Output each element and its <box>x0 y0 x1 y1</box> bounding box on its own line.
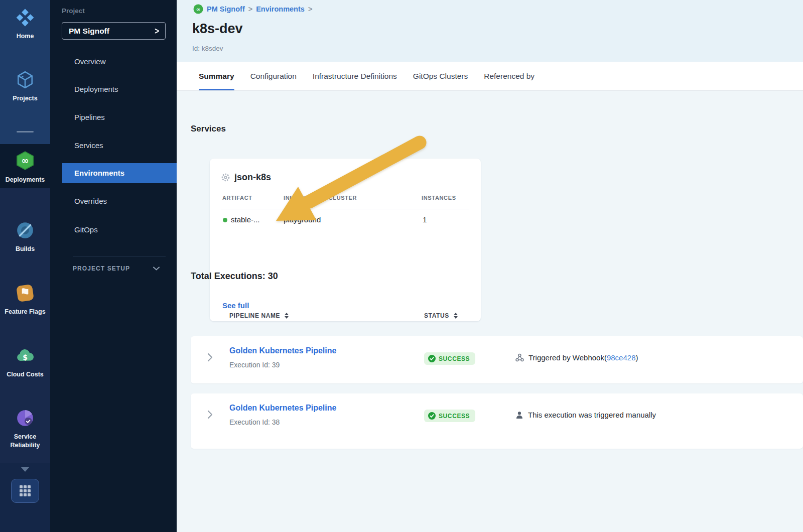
module-switcher-button[interactable] <box>11 479 39 503</box>
svg-text:∞: ∞ <box>196 7 200 12</box>
svg-text:∞: ∞ <box>22 156 29 166</box>
expand-chevron-icon[interactable] <box>207 410 213 419</box>
sort-icon <box>454 313 458 319</box>
trigger-text: Triggered by Webhook(98ce428) <box>528 353 638 362</box>
breadcrumb-separator: > <box>248 5 252 13</box>
column-infra-gitops-cluster: INFRA/GITOPS CLUSTER <box>284 195 357 201</box>
page-title: k8s-dev <box>192 21 243 37</box>
status-badge: SUCCESS <box>424 352 475 365</box>
trigger-info: This execution was triggered manually <box>515 411 656 419</box>
grid-icon <box>20 485 31 496</box>
rail-label: Builds <box>0 244 50 254</box>
service-reliability-icon <box>16 409 35 428</box>
status-header: STATUS <box>424 312 449 319</box>
execution-id: Execution Id: 38 <box>229 418 280 426</box>
status-text: SUCCESS <box>439 355 470 362</box>
app-window: Home Projects ∞ Deployments Builds <box>0 0 803 532</box>
see-full-link[interactable]: See full <box>222 301 249 310</box>
card-divider <box>221 209 469 209</box>
service-name: json-k8s <box>234 172 271 183</box>
column-instances: INSTANCES <box>422 195 456 201</box>
rail-item-service-reliability[interactable]: Service Reliability <box>0 409 50 451</box>
person-icon <box>515 411 523 419</box>
chevron-right-icon: > <box>155 26 159 36</box>
webhook-id-link[interactable]: 98ce428 <box>607 353 636 362</box>
project-name: PM Signoff <box>69 27 109 36</box>
project-setup-label: PROJECT SETUP <box>73 265 130 272</box>
cd-module-icon: ∞ <box>193 4 203 14</box>
rail-divider <box>17 131 34 132</box>
success-check-icon <box>428 355 436 362</box>
module-rail: Home Projects ∞ Deployments Builds <box>0 0 50 532</box>
tab-referenced-by[interactable]: Referenced by <box>484 62 534 90</box>
status-dot-icon <box>223 218 227 222</box>
sidebar-item-overrides[interactable]: Overrides <box>50 191 177 211</box>
expand-chevron-icon[interactable] <box>207 353 213 362</box>
service-card[interactable]: json-k8s ARTIFACT INFRA/GITOPS CLUSTER I… <box>210 159 481 321</box>
rail-item-cloud-costs[interactable]: $ Cloud Costs <box>0 346 50 380</box>
breadcrumb-project-link[interactable]: PM Signoff <box>207 5 245 13</box>
cloud-costs-icon: $ <box>15 346 35 365</box>
rail-item-home[interactable]: Home <box>0 8 50 42</box>
breadcrumb-separator: > <box>308 5 312 13</box>
status-badge: SUCCESS <box>424 410 475 422</box>
sort-icon <box>285 313 289 319</box>
rail-item-feature-flags[interactable]: Feature Flags <box>0 284 50 317</box>
page-header: ∞ PM Signoff > Environments > k8s-dev Id… <box>177 0 803 62</box>
pipeline-name-link[interactable]: Golden Kubernetes Pipeline <box>229 346 336 355</box>
chevron-down-icon <box>153 267 160 271</box>
rail-label: Deployments <box>0 175 50 185</box>
artifact-value: stable-... <box>231 215 260 224</box>
pipeline-name-link[interactable]: Golden Kubernetes Pipeline <box>229 404 336 413</box>
tab-summary[interactable]: Summary <box>199 62 234 90</box>
builds-icon <box>16 221 35 240</box>
rail-label: Home <box>0 31 50 42</box>
execution-row[interactable]: Golden Kubernetes Pipeline Execution Id:… <box>191 336 803 383</box>
sidebar-item-pipelines[interactable]: Pipelines <box>50 107 177 127</box>
column-artifact: ARTIFACT <box>222 195 252 201</box>
trigger-info: Triggered by Webhook(98ce428) <box>515 353 638 362</box>
pipeline-name-header: PIPELINE NAME <box>229 312 280 319</box>
rail-item-deployments[interactable]: ∞ Deployments <box>0 151 50 185</box>
project-sidebar: Project PM Signoff > Overview Deployment… <box>50 0 177 532</box>
rail-label: Projects <box>0 93 50 104</box>
rail-label: Cloud Costs <box>0 369 50 380</box>
sidebar-item-services[interactable]: Services <box>50 136 177 156</box>
sidebar-item-overview[interactable]: Overview <box>50 52 177 72</box>
rail-label: Feature Flags <box>0 307 50 317</box>
total-executions: Total Executions: 30 <box>191 271 278 282</box>
status-text: SUCCESS <box>439 413 470 420</box>
rail-item-builds[interactable]: Builds <box>0 221 50 254</box>
execution-id: Execution Id: 39 <box>229 361 280 369</box>
rail-label: Reliability <box>0 440 50 451</box>
sidebar-item-deployments[interactable]: Deployments <box>50 79 177 99</box>
rail-item-projects[interactable]: Projects <box>0 70 50 104</box>
success-check-icon <box>428 412 436 420</box>
breadcrumb-environments-link[interactable]: Environments <box>256 5 305 13</box>
project-setup-toggle[interactable]: PROJECT SETUP <box>73 265 163 272</box>
status-sort-header[interactable]: STATUS <box>424 312 458 319</box>
project-label: Project <box>62 7 85 15</box>
cluster-cell: playground <box>284 215 321 224</box>
artifact-cell: stable-... <box>223 215 260 224</box>
project-selector[interactable]: PM Signoff > <box>62 22 166 40</box>
main-content: ∞ PM Signoff > Environments > k8s-dev Id… <box>177 0 803 532</box>
service-card-title: json-k8s <box>221 172 271 183</box>
tab-configuration[interactable]: Configuration <box>250 62 297 90</box>
tab-infrastructure-definitions[interactable]: Infrastructure Definitions <box>313 62 397 90</box>
sidebar-item-gitops[interactable]: GitOps <box>50 220 177 240</box>
projects-icon <box>16 70 35 89</box>
tab-bar: Summary Configuration Infrastructure Def… <box>177 62 803 91</box>
page-id: Id: k8sdev <box>192 45 223 52</box>
rail-collapse-chevron-icon[interactable] <box>21 467 30 472</box>
pipeline-name-sort-header[interactable]: PIPELINE NAME <box>229 312 289 319</box>
breadcrumb: ∞ PM Signoff > Environments > <box>193 4 312 14</box>
sidebar-item-environments[interactable]: Environments <box>62 163 177 183</box>
execution-row[interactable]: Golden Kubernetes Pipeline Execution Id:… <box>191 393 803 449</box>
tab-gitops-clusters[interactable]: GitOps Clusters <box>413 62 468 90</box>
deployments-icon: ∞ <box>15 151 35 171</box>
services-heading: Services <box>191 124 226 134</box>
home-icon <box>16 8 35 27</box>
svg-text:$: $ <box>23 353 28 361</box>
feature-flags-icon <box>16 284 35 303</box>
